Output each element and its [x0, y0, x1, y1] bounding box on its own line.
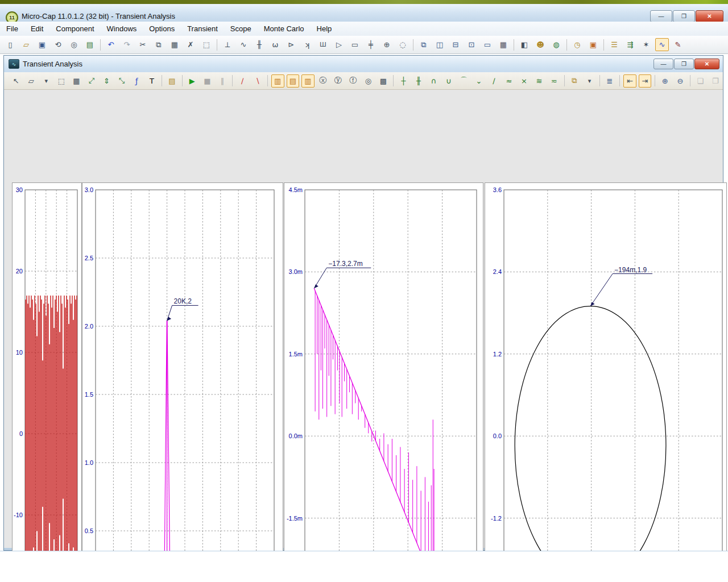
mosfet-icon[interactable]: Ш — [316, 38, 330, 51]
delete-icon[interactable]: ✗ — [184, 38, 197, 51]
minimize-button[interactable]: — — [650, 10, 672, 22]
properties-icon[interactable]: ▤ — [166, 74, 179, 88]
menu-transient[interactable]: Transient — [181, 22, 224, 36]
stepping-icon[interactable]: ⇶ — [623, 38, 637, 51]
resistor-icon[interactable]: ∿ — [237, 38, 250, 51]
close-button[interactable]: ✕ — [694, 59, 719, 69]
peak-icon[interactable]: ∩ — [427, 74, 440, 88]
menu-help[interactable]: Help — [311, 22, 338, 36]
tile-vertical-icon[interactable]: ◫ — [433, 38, 446, 51]
magnify-data-icon[interactable]: ◎ — [362, 74, 375, 88]
revert-icon[interactable]: ⟲ — [51, 38, 65, 51]
copy-graph-icon[interactable]: ⧉ — [568, 74, 581, 88]
cursor-lines-icon[interactable]: ┼ — [397, 74, 410, 88]
y-axis-icon[interactable]: ⓨ — [332, 74, 345, 88]
preferences-icon[interactable]: ☰ — [607, 38, 621, 51]
inductor-icon[interactable]: ω — [268, 38, 282, 51]
zoom-box-icon[interactable]: ⬚ — [55, 74, 68, 88]
run-icon[interactable]: ▶ — [186, 74, 199, 88]
menu-options[interactable]: Options — [143, 22, 181, 36]
opamp-icon[interactable]: ▷ — [332, 38, 346, 51]
save-file-icon[interactable]: ▣ — [35, 38, 49, 51]
cascade-windows-icon[interactable]: ⧉ — [417, 38, 431, 51]
slope-data-icon[interactable]: ∖ — [251, 74, 264, 88]
envelope-lower-icon[interactable]: ≂ — [548, 74, 561, 88]
macro-block-icon[interactable]: ▭ — [348, 38, 362, 51]
slope-cursor-icon[interactable]: ∕ — [487, 74, 500, 88]
next-graph-icon[interactable]: ❐ — [709, 74, 722, 88]
cpu-window-icon[interactable]: ▣ — [586, 38, 600, 51]
child-titlebar[interactable]: ∿ Transient Analysis —❐✕ — [4, 56, 723, 72]
select-mode-icon[interactable]: ↖ — [10, 74, 23, 88]
grid-setup-icon[interactable]: ▦ — [70, 74, 83, 88]
cursor-right-align-icon[interactable]: ⇥ — [639, 74, 652, 88]
calculator-icon[interactable]: ▦ — [497, 38, 510, 51]
pause-icon[interactable]: ∥ — [216, 74, 229, 88]
arc-cross-icon[interactable]: × — [518, 74, 531, 88]
pane-stripes-3-icon[interactable]: ▥ — [301, 74, 315, 88]
maximize-window-icon[interactable]: ▭ — [481, 38, 494, 51]
component-panel-icon[interactable]: ◧ — [518, 38, 531, 51]
print-preview-icon[interactable]: ◎ — [67, 38, 81, 51]
restore-button[interactable]: ❐ — [674, 59, 694, 69]
diode-icon[interactable]: ⊳ — [284, 38, 298, 51]
animate-icon[interactable]: ◷ — [570, 38, 584, 51]
paste-icon[interactable]: ▦ — [168, 38, 181, 51]
voltage-source-icon[interactable]: ⊕ — [380, 38, 394, 51]
select-region-icon[interactable]: ⬚ — [200, 38, 213, 51]
menu-file[interactable]: File — [0, 22, 24, 36]
text-tool-icon[interactable]: T — [146, 74, 159, 88]
capacitor-icon[interactable]: ╫ — [253, 38, 266, 51]
new-file-icon[interactable]: ▯ — [3, 38, 17, 51]
cut-icon[interactable]: ✂ — [136, 38, 150, 51]
pane-stripes-2-icon[interactable]: ▤ — [287, 74, 300, 88]
overlap-windows-icon[interactable]: ⊡ — [465, 38, 478, 51]
arc-peak-icon[interactable]: ≈ — [503, 74, 516, 88]
zoom-out-icon[interactable]: ⊖ — [674, 74, 687, 88]
print-icon[interactable]: ▤ — [83, 38, 97, 51]
user-settings-icon[interactable]: ☻ — [533, 38, 547, 51]
menu-monte-carlo[interactable]: Monte Carlo — [258, 22, 311, 36]
analysis-plot-icon[interactable]: ∿ — [655, 38, 669, 51]
wave-high-icon[interactable]: ⌒ — [457, 74, 470, 88]
tools-icon[interactable]: ✶ — [639, 38, 653, 51]
probe-editor-icon[interactable]: ✎ — [671, 38, 685, 51]
menu-windows[interactable]: Windows — [101, 22, 143, 36]
zoom-in-icon[interactable]: ⊕ — [659, 74, 672, 88]
ground-icon[interactable]: ⟂ — [221, 38, 234, 51]
wave-low-icon[interactable]: ⌄ — [473, 74, 486, 88]
copy-icon[interactable]: ⧉ — [152, 38, 166, 51]
prev-graph-icon[interactable]: ❏ — [694, 74, 707, 88]
copy-dropdown-icon[interactable]: ▾ — [583, 74, 596, 88]
stop-icon[interactable]: ■ — [201, 74, 214, 88]
slope-positive-icon[interactable]: ∕ — [236, 74, 249, 88]
x-axis-icon[interactable]: ⓧ — [317, 74, 330, 88]
connector-icon[interactable]: ╪ — [364, 38, 378, 51]
scale-diagonal-icon[interactable]: ⤢ — [85, 74, 98, 88]
envelope-upper-icon[interactable]: ≋ — [533, 74, 546, 88]
open-file-icon[interactable]: ▱ — [19, 38, 33, 51]
valley-icon[interactable]: ∪ — [442, 74, 456, 88]
transistor-icon[interactable]: ʞ — [300, 38, 314, 51]
cursor-pair-icon[interactable]: ╫ — [412, 74, 425, 88]
restore-button[interactable]: ❐ — [673, 10, 695, 22]
fx-axis-icon[interactable]: ⓕ — [347, 74, 360, 88]
menu-edit[interactable]: Edit — [24, 22, 49, 36]
redo-icon[interactable]: ↷ — [120, 38, 134, 51]
web-icon[interactable]: ◍ — [549, 38, 563, 51]
scale-vertical-icon[interactable]: ⇕ — [100, 74, 113, 88]
menu-scope[interactable]: Scope — [224, 22, 258, 36]
tile-horizontal-icon[interactable]: ⊟ — [449, 38, 462, 51]
undo-icon[interactable]: ↶ — [104, 38, 118, 51]
scale-corner-icon[interactable]: ⤡ — [115, 74, 129, 88]
fx-scale-icon[interactable]: ƒ — [130, 74, 143, 88]
minimize-button[interactable]: — — [653, 59, 673, 69]
menu-component[interactable]: Component — [49, 22, 100, 36]
data-edit-icon[interactable]: ▩ — [377, 74, 390, 88]
graphics-dropdown-icon[interactable]: ▾ — [40, 74, 53, 88]
graphics-shapes-icon[interactable]: ▱ — [25, 74, 38, 88]
close-button[interactable]: ✕ — [696, 10, 723, 22]
current-source-icon[interactable]: ◌ — [396, 38, 410, 51]
cursor-left-align-icon[interactable]: ⇤ — [623, 74, 636, 88]
numeric-output-icon[interactable]: ≣ — [603, 74, 617, 88]
